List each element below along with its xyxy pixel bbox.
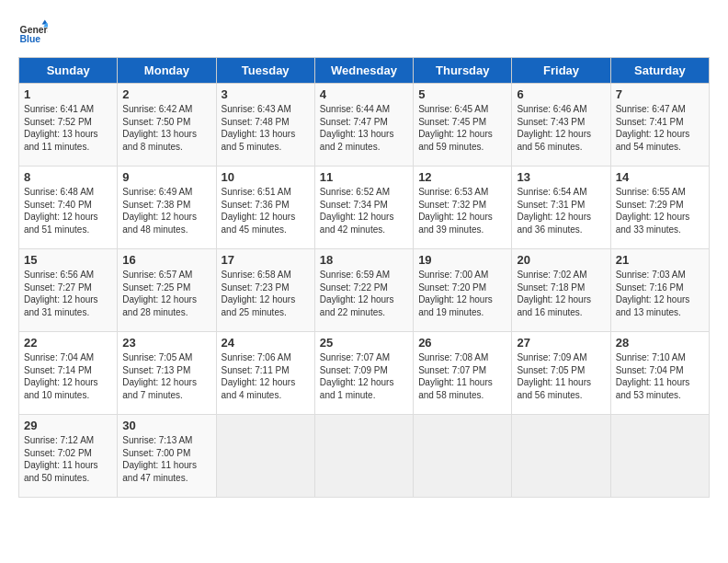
day-content: Sunrise: 6:53 AM Sunset: 7:32 PM Dayligh… — [418, 186, 506, 236]
day-content: Sunrise: 6:52 AM Sunset: 7:34 PM Dayligh… — [320, 186, 408, 236]
day-content: Sunrise: 6:46 AM Sunset: 7:43 PM Dayligh… — [517, 103, 605, 153]
calendar-cell: 7Sunrise: 6:47 AM Sunset: 7:41 PM Daylig… — [610, 84, 709, 167]
day-content: Sunrise: 6:41 AM Sunset: 7:52 PM Dayligh… — [24, 103, 112, 153]
calendar-cell: 27Sunrise: 7:09 AM Sunset: 7:05 PM Dayli… — [512, 332, 610, 415]
calendar-cell — [314, 415, 413, 498]
calendar-cell: 16Sunrise: 6:57 AM Sunset: 7:25 PM Dayli… — [118, 249, 216, 332]
day-content: Sunrise: 7:06 AM Sunset: 7:11 PM Dayligh… — [222, 351, 310, 401]
day-content: Sunrise: 7:12 AM Sunset: 7:02 PM Dayligh… — [24, 434, 112, 484]
day-number: 17 — [222, 253, 310, 267]
day-content: Sunrise: 6:42 AM Sunset: 7:50 PM Dayligh… — [122, 103, 210, 153]
day-content: Sunrise: 6:58 AM Sunset: 7:23 PM Dayligh… — [222, 269, 310, 318]
day-content: Sunrise: 7:03 AM Sunset: 7:16 PM Dayligh… — [616, 269, 704, 318]
calendar-cell: 24Sunrise: 7:06 AM Sunset: 7:11 PM Dayli… — [216, 332, 314, 415]
calendar-cell: 5Sunrise: 6:45 AM Sunset: 7:45 PM Daylig… — [414, 84, 512, 167]
day-number: 27 — [517, 336, 605, 350]
day-number: 19 — [418, 253, 506, 267]
day-number: 14 — [616, 170, 704, 184]
calendar-cell: 23Sunrise: 7:05 AM Sunset: 7:13 PM Dayli… — [118, 332, 216, 415]
calendar-cell: 26Sunrise: 7:08 AM Sunset: 7:07 PM Dayli… — [414, 332, 512, 415]
calendar-cell — [216, 415, 314, 498]
calendar-cell — [610, 415, 709, 498]
calendar-cell: 17Sunrise: 6:58 AM Sunset: 7:23 PM Dayli… — [216, 249, 314, 332]
calendar-cell: 20Sunrise: 7:02 AM Sunset: 7:18 PM Dayli… — [512, 249, 610, 332]
day-content: Sunrise: 6:47 AM Sunset: 7:41 PM Dayligh… — [616, 103, 704, 153]
calendar-cell: 6Sunrise: 6:46 AM Sunset: 7:43 PM Daylig… — [512, 84, 610, 167]
day-header-thursday: Thursday — [414, 58, 512, 84]
day-content: Sunrise: 6:59 AM Sunset: 7:22 PM Dayligh… — [320, 269, 408, 318]
calendar-table: SundayMondayTuesdayWednesdayThursdayFrid… — [18, 57, 710, 498]
day-content: Sunrise: 6:51 AM Sunset: 7:36 PM Dayligh… — [222, 186, 310, 236]
calendar-cell: 11Sunrise: 6:52 AM Sunset: 7:34 PM Dayli… — [314, 167, 413, 249]
calendar-cell — [414, 415, 512, 498]
day-content: Sunrise: 6:54 AM Sunset: 7:31 PM Dayligh… — [517, 186, 605, 236]
day-number: 10 — [222, 170, 310, 184]
day-content: Sunrise: 7:00 AM Sunset: 7:20 PM Dayligh… — [418, 269, 506, 318]
day-content: Sunrise: 6:44 AM Sunset: 7:47 PM Dayligh… — [320, 103, 408, 153]
day-content: Sunrise: 6:49 AM Sunset: 7:38 PM Dayligh… — [122, 186, 210, 236]
day-content: Sunrise: 6:48 AM Sunset: 7:40 PM Dayligh… — [24, 186, 112, 236]
day-number: 23 — [122, 336, 210, 350]
day-content: Sunrise: 7:13 AM Sunset: 7:00 PM Dayligh… — [122, 434, 210, 484]
calendar-week-1: 1Sunrise: 6:41 AM Sunset: 7:52 PM Daylig… — [19, 84, 710, 167]
calendar-cell: 15Sunrise: 6:56 AM Sunset: 7:27 PM Dayli… — [19, 249, 118, 332]
calendar-cell: 14Sunrise: 6:55 AM Sunset: 7:29 PM Dayli… — [610, 167, 709, 249]
calendar-cell: 1Sunrise: 6:41 AM Sunset: 7:52 PM Daylig… — [19, 84, 118, 167]
day-number: 5 — [418, 87, 506, 101]
day-number: 20 — [517, 253, 605, 267]
days-header-row: SundayMondayTuesdayWednesdayThursdayFrid… — [19, 58, 710, 84]
day-number: 22 — [24, 336, 112, 350]
day-number: 25 — [320, 336, 408, 350]
calendar-week-2: 8Sunrise: 6:48 AM Sunset: 7:40 PM Daylig… — [19, 167, 710, 249]
day-content: Sunrise: 6:56 AM Sunset: 7:27 PM Dayligh… — [24, 269, 112, 318]
day-number: 15 — [24, 253, 112, 267]
calendar-week-5: 29Sunrise: 7:12 AM Sunset: 7:02 PM Dayli… — [19, 415, 710, 498]
day-number: 8 — [24, 170, 112, 184]
day-number: 2 — [122, 87, 210, 101]
day-number: 4 — [320, 87, 408, 101]
day-number: 21 — [616, 253, 704, 267]
calendar-cell: 19Sunrise: 7:00 AM Sunset: 7:20 PM Dayli… — [414, 249, 512, 332]
calendar-cell: 10Sunrise: 6:51 AM Sunset: 7:36 PM Dayli… — [216, 167, 314, 249]
day-number: 3 — [222, 87, 310, 101]
calendar-cell: 30Sunrise: 7:13 AM Sunset: 7:00 PM Dayli… — [118, 415, 216, 498]
day-number: 11 — [320, 170, 408, 184]
day-header-wednesday: Wednesday — [314, 58, 413, 84]
calendar-cell: 12Sunrise: 6:53 AM Sunset: 7:32 PM Dayli… — [414, 167, 512, 249]
day-number: 12 — [418, 170, 506, 184]
day-number: 1 — [24, 87, 112, 101]
day-content: Sunrise: 7:02 AM Sunset: 7:18 PM Dayligh… — [517, 269, 605, 318]
calendar-cell — [512, 415, 610, 498]
day-number: 16 — [122, 253, 210, 267]
calendar-week-4: 22Sunrise: 7:04 AM Sunset: 7:14 PM Dayli… — [19, 332, 710, 415]
day-content: Sunrise: 6:43 AM Sunset: 7:48 PM Dayligh… — [222, 103, 310, 153]
calendar-cell: 18Sunrise: 6:59 AM Sunset: 7:22 PM Dayli… — [314, 249, 413, 332]
svg-text:General: General — [20, 25, 48, 35]
logo: General Blue — [18, 18, 48, 48]
logo-icon: General Blue — [18, 18, 48, 48]
day-header-saturday: Saturday — [610, 58, 709, 84]
calendar-cell: 8Sunrise: 6:48 AM Sunset: 7:40 PM Daylig… — [19, 167, 118, 249]
day-content: Sunrise: 6:45 AM Sunset: 7:45 PM Dayligh… — [418, 103, 506, 153]
day-number: 30 — [122, 419, 210, 432]
calendar-cell: 25Sunrise: 7:07 AM Sunset: 7:09 PM Dayli… — [314, 332, 413, 415]
svg-text:Blue: Blue — [20, 34, 41, 44]
calendar-cell: 9Sunrise: 6:49 AM Sunset: 7:38 PM Daylig… — [118, 167, 216, 249]
day-content: Sunrise: 6:57 AM Sunset: 7:25 PM Dayligh… — [122, 269, 210, 318]
day-number: 7 — [616, 87, 704, 101]
day-number: 29 — [24, 419, 112, 432]
calendar-cell: 3Sunrise: 6:43 AM Sunset: 7:48 PM Daylig… — [216, 84, 314, 167]
calendar-cell: 28Sunrise: 7:10 AM Sunset: 7:04 PM Dayli… — [610, 332, 709, 415]
day-number: 13 — [517, 170, 605, 184]
day-number: 6 — [517, 87, 605, 101]
day-number: 18 — [320, 253, 408, 267]
calendar-cell: 21Sunrise: 7:03 AM Sunset: 7:16 PM Dayli… — [610, 249, 709, 332]
day-content: Sunrise: 7:05 AM Sunset: 7:13 PM Dayligh… — [122, 351, 210, 401]
day-content: Sunrise: 7:08 AM Sunset: 7:07 PM Dayligh… — [418, 351, 506, 401]
calendar-cell: 22Sunrise: 7:04 AM Sunset: 7:14 PM Dayli… — [19, 332, 118, 415]
calendar-cell: 2Sunrise: 6:42 AM Sunset: 7:50 PM Daylig… — [118, 84, 216, 167]
calendar-cell: 4Sunrise: 6:44 AM Sunset: 7:47 PM Daylig… — [314, 84, 413, 167]
day-number: 9 — [122, 170, 210, 184]
day-number: 26 — [418, 336, 506, 350]
day-content: Sunrise: 7:09 AM Sunset: 7:05 PM Dayligh… — [517, 351, 605, 401]
